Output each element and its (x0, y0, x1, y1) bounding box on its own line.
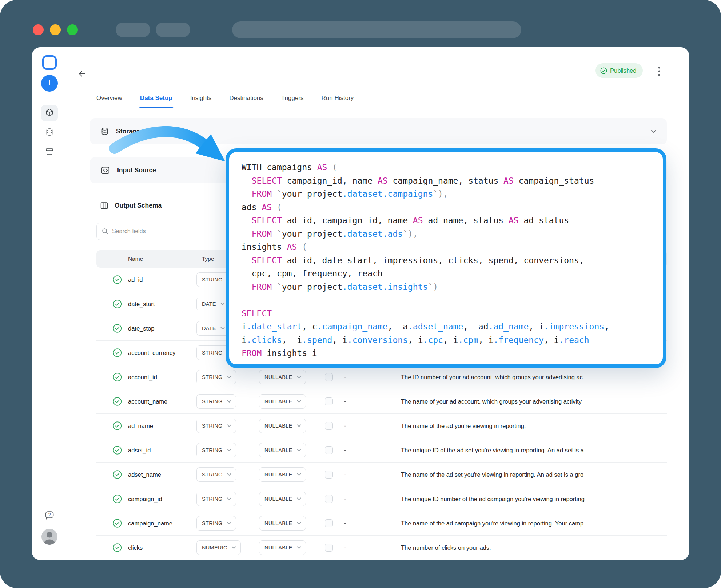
field-name: ad_name (128, 423, 153, 429)
tab-destinations[interactable]: Destinations (229, 88, 263, 108)
check-circle-icon (600, 67, 607, 74)
code-line: FROM `your_project.dataset.ads`), (242, 227, 663, 241)
field-name: account_id (128, 374, 157, 381)
database-icon (101, 127, 109, 135)
app-logo-icon[interactable] (42, 55, 57, 70)
app-window: + ? (32, 47, 689, 560)
tab-overview[interactable]: Overview (96, 88, 122, 108)
field-checkbox[interactable] (325, 446, 333, 454)
field-type-dropdown[interactable]: STRING (196, 467, 236, 482)
toolbar-pill[interactable] (156, 23, 190, 37)
input-source-panel-title: Input Source (117, 167, 156, 174)
field-mode-dropdown[interactable]: NULLABLE (259, 370, 306, 384)
field-name: adset_id (128, 447, 151, 454)
field-description: The name of the ad you're viewing in rep… (401, 423, 661, 429)
help-button[interactable]: ? (41, 508, 58, 524)
valid-check-icon (113, 397, 122, 406)
field-mode-dropdown[interactable]: NULLABLE (259, 540, 306, 555)
field-checkbox[interactable] (325, 495, 333, 503)
valid-check-icon (113, 324, 122, 333)
field-checkbox[interactable] (325, 471, 333, 479)
back-button[interactable] (77, 68, 88, 79)
field-name: clicks (128, 544, 143, 551)
code-line: SELECT campaign_id, name AS campaign_nam… (242, 174, 663, 188)
code-line: cpc, cpm, frequency, reach (242, 267, 663, 280)
field-mode-dropdown[interactable]: NULLABLE (259, 394, 306, 409)
field-checkbox[interactable] (325, 519, 333, 527)
field-type-dropdown[interactable]: STRING (196, 419, 236, 433)
field-name: campaign_id (128, 496, 162, 503)
more-menu-button[interactable] (654, 66, 664, 76)
field-mode-dropdown[interactable]: NULLABLE (259, 492, 306, 506)
field-type-dropdown[interactable]: DATE (196, 297, 230, 311)
sidebar-item-storage[interactable] (41, 144, 58, 161)
tab-triggers[interactable]: Triggers (281, 88, 304, 108)
field-description: The name of the ad set you're viewing in… (401, 471, 661, 478)
table-row: clicksNUMERICNULLABLE-The number of clic… (96, 536, 667, 560)
field-name: date_start (128, 301, 155, 308)
code-line: i.clicks, i.spend, i.conversions, i.cpc,… (242, 333, 663, 347)
field-checkbox[interactable] (325, 422, 333, 430)
output-schema-title: Output Schema (115, 202, 162, 209)
help-chat-icon: ? (44, 510, 55, 522)
tab-insights[interactable]: Insights (190, 88, 212, 108)
field-checkbox[interactable] (325, 373, 333, 381)
field-type-dropdown[interactable]: STRING (196, 370, 236, 384)
toolbar-pill[interactable] (116, 23, 150, 37)
code-line: FROM insights i (242, 347, 663, 360)
add-button[interactable]: + (41, 75, 58, 92)
code-line: WITH campaigns AS ( (242, 161, 663, 174)
sidebar-item-database[interactable] (41, 124, 58, 141)
field-type-dropdown[interactable]: DATE (196, 321, 230, 336)
column-header-name: Name (128, 256, 143, 262)
code-line: insights AS ( (242, 240, 663, 254)
main-content: Published OverviewData SetupInsightsDest… (67, 47, 689, 560)
sidebar-item-models[interactable] (41, 105, 58, 121)
storage-panel[interactable]: Storage (90, 118, 667, 144)
field-default-value: - (344, 520, 346, 527)
field-default-value: - (344, 423, 346, 429)
field-description: The name of the ad campaign you're viewi… (401, 520, 661, 527)
table-row: adset_idSTRINGNULLABLE-The unique ID of … (96, 438, 667, 463)
field-default-value: - (344, 447, 346, 453)
zoom-button[interactable] (67, 24, 78, 35)
field-type-dropdown[interactable]: NUMERIC (196, 540, 241, 555)
close-button[interactable] (33, 24, 44, 35)
field-type-dropdown[interactable]: STRING (196, 492, 236, 506)
tabs: OverviewData SetupInsightsDestinationsTr… (90, 88, 667, 108)
field-description: The ID number of your ad account, which … (401, 374, 661, 381)
field-type-dropdown[interactable]: STRING (196, 394, 236, 409)
chevron-down-icon[interactable] (651, 129, 657, 133)
database-icon (45, 128, 53, 137)
field-checkbox[interactable] (325, 397, 333, 405)
field-name: account_name (128, 398, 167, 405)
table-row: campaign_nameSTRINGNULLABLE-The name of … (96, 511, 667, 536)
address-bar[interactable] (232, 21, 521, 38)
field-description: The number of clicks on your ads. (401, 544, 661, 551)
field-mode-dropdown[interactable]: NULLABLE (259, 467, 306, 482)
field-type-dropdown[interactable]: STRING (196, 516, 236, 531)
columns-icon (100, 201, 108, 210)
status-badge: Published (595, 63, 643, 78)
code-line: FROM `your_project.dataset.insights`) (242, 280, 663, 294)
storage-panel-title: Storage (116, 128, 140, 135)
tab-run-history[interactable]: Run History (322, 88, 354, 108)
valid-check-icon (113, 421, 122, 431)
field-mode-dropdown[interactable]: NULLABLE (259, 443, 306, 457)
more-vertical-icon (658, 67, 660, 76)
valid-check-icon (113, 275, 122, 284)
field-mode-dropdown[interactable]: NULLABLE (259, 419, 306, 433)
search-icon (102, 228, 108, 235)
tab-data-setup[interactable]: Data Setup (140, 88, 172, 108)
back-arrow-icon (78, 70, 86, 78)
user-avatar[interactable] (41, 529, 57, 545)
minimize-button[interactable] (50, 24, 61, 35)
avatar-photo (41, 529, 57, 545)
code-line: i.date_start, c.campaign_name, a.adset_n… (242, 320, 663, 333)
field-mode-dropdown[interactable]: NULLABLE (259, 516, 306, 531)
code-line (242, 293, 663, 307)
valid-check-icon (113, 470, 122, 479)
column-header-type: Type (202, 256, 214, 262)
field-checkbox[interactable] (325, 544, 333, 552)
field-type-dropdown[interactable]: STRING (196, 443, 236, 457)
